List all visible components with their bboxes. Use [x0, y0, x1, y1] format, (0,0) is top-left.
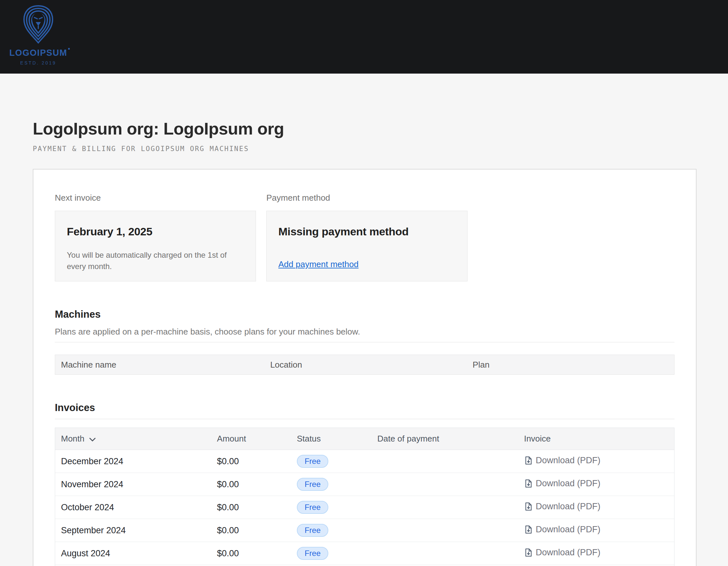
invoices-column-month[interactable]: Month	[55, 434, 211, 444]
invoice-download-cell: Download (PDF)	[518, 455, 674, 467]
billing-card: Next invoice February 1, 2025 You will b…	[33, 169, 697, 566]
free-status-badge: Free	[297, 501, 328, 514]
invoice-month-cell: December 2024	[55, 456, 211, 466]
invoices-table: Month Amount Status Date of payment Invo…	[55, 427, 674, 566]
download-pdf-link[interactable]: Download (PDF)	[524, 478, 601, 488]
invoice-amount-cell: $0.00	[211, 502, 291, 512]
invoice-status-cell: Free	[291, 478, 371, 491]
next-invoice-card: February 1, 2025 You will be automatical…	[55, 211, 256, 282]
invoice-table-row: December 2024 $0.00 Free Download (PDF)	[55, 450, 674, 473]
download-pdf-link[interactable]: Download (PDF)	[524, 524, 601, 535]
payment-method-label: Payment method	[266, 193, 467, 203]
machines-description: Plans are applied on a per-machine basis…	[55, 327, 674, 337]
logo-estd: ESTD. 2019	[9, 60, 67, 66]
file-download-icon	[524, 548, 533, 557]
machines-heading: Machines	[55, 308, 674, 320]
file-download-icon	[524, 479, 533, 488]
invoice-download-cell: Download (PDF)	[518, 478, 674, 490]
divider	[55, 419, 674, 419]
free-status-badge: Free	[297, 478, 328, 491]
file-download-icon	[524, 456, 533, 465]
invoices-column-date: Date of payment	[371, 434, 518, 444]
invoice-month-cell: November 2024	[55, 479, 211, 489]
chevron-down-icon	[89, 437, 96, 442]
invoice-status-cell: Free	[291, 547, 371, 560]
next-invoice-label: Next invoice	[55, 193, 256, 203]
download-pdf-link[interactable]: Download (PDF)	[524, 548, 601, 558]
lion-icon	[20, 4, 56, 47]
main-content: LogoIpsum org: LogoIpsum org PAYMENT & B…	[0, 74, 728, 566]
next-invoice-section: Next invoice February 1, 2025 You will b…	[55, 193, 256, 282]
add-payment-method-link[interactable]: Add payment method	[278, 259, 358, 270]
invoice-status-cell: Free	[291, 501, 371, 514]
invoice-status-cell: Free	[291, 524, 371, 537]
invoice-table-row: August 2024 $0.00 Free Download (PDF)	[55, 542, 674, 565]
invoice-amount-cell: $0.00	[211, 525, 291, 536]
invoices-heading: Invoices	[55, 402, 674, 414]
payment-method-section: Payment method Missing payment method Ad…	[266, 193, 467, 282]
file-download-icon	[524, 525, 533, 534]
invoice-status-cell: Free	[291, 455, 371, 468]
machines-column-plan: Plan	[467, 360, 674, 370]
invoice-month-cell: October 2024	[55, 502, 211, 512]
divider	[55, 342, 674, 342]
billing-summary-row: Next invoice February 1, 2025 You will b…	[55, 193, 674, 282]
invoice-month-cell: August 2024	[55, 548, 211, 559]
free-status-badge: Free	[297, 524, 328, 537]
payment-method-card: Missing payment method Add payment metho…	[266, 211, 467, 282]
invoices-table-header: Month Amount Status Date of payment Invo…	[55, 428, 674, 450]
invoice-download-cell: Download (PDF)	[518, 501, 674, 513]
machines-table-header: Machine name Location Plan	[55, 355, 674, 375]
logo-wordmark: LOGOIPSUM	[9, 48, 67, 58]
machines-column-location: Location	[264, 360, 467, 370]
download-pdf-link[interactable]: Download (PDF)	[524, 455, 601, 465]
file-download-icon	[524, 502, 533, 511]
page-title: LogoIpsum org: LogoIpsum org	[33, 119, 697, 139]
invoice-table-row: November 2024 $0.00 Free Download (PDF)	[55, 473, 674, 496]
free-status-badge: Free	[297, 547, 328, 560]
invoice-download-cell: Download (PDF)	[518, 548, 674, 559]
app-header: LOGOIPSUM ESTD. 2019	[0, 0, 728, 74]
next-invoice-note: You will be automatically charged on the…	[67, 250, 236, 272]
invoice-amount-cell: $0.00	[211, 479, 291, 489]
invoice-amount-cell: $0.00	[211, 548, 291, 559]
machines-column-machine-name: Machine name	[55, 360, 264, 370]
invoices-column-invoice: Invoice	[518, 434, 674, 444]
page-subtitle: PAYMENT & BILLING FOR LOGOIPSUM ORG MACH…	[33, 145, 697, 153]
free-status-badge: Free	[297, 455, 328, 468]
download-pdf-link[interactable]: Download (PDF)	[524, 501, 601, 512]
invoice-download-cell: Download (PDF)	[518, 524, 674, 536]
invoice-table-row: September 2024 $0.00 Free Download (PDF)	[55, 519, 674, 542]
logo[interactable]: LOGOIPSUM ESTD. 2019	[9, 4, 67, 66]
invoices-column-amount: Amount	[211, 434, 291, 444]
invoice-amount-cell: $0.00	[211, 456, 291, 466]
invoice-month-cell: September 2024	[55, 525, 211, 536]
invoice-rows: December 2024 $0.00 Free Download (PDF) …	[55, 450, 674, 565]
next-invoice-date: February 1, 2025	[67, 225, 244, 238]
payment-method-status: Missing payment method	[278, 225, 455, 238]
invoice-table-row: October 2024 $0.00 Free Download (PDF)	[55, 496, 674, 519]
invoices-column-status: Status	[291, 434, 371, 444]
